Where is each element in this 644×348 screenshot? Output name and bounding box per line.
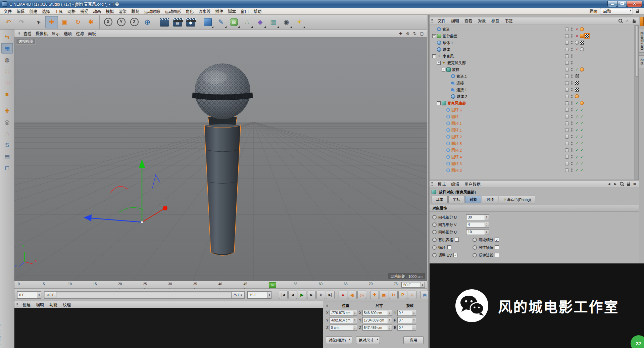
tree-row[interactable]: 圆环.2	[430, 133, 634, 140]
rotate-tool-icon[interactable]: ↻	[71, 16, 84, 29]
model-mode-icon[interactable]: ▦	[1, 43, 13, 54]
object-badge[interactable]	[580, 168, 584, 172]
menu-item[interactable]: 窗口	[238, 8, 251, 15]
workplane-icon[interactable]: ◻	[1, 162, 13, 173]
object-badge[interactable]	[565, 74, 569, 78]
object-label[interactable]: 管道.1	[456, 73, 467, 79]
object-badge[interactable]	[575, 67, 579, 71]
tree-row[interactable]: 球体.2	[430, 93, 634, 100]
object-badge[interactable]	[570, 34, 574, 38]
view-label[interactable]: 透视视图	[16, 39, 36, 45]
spinner-arrows-icon[interactable]	[37, 292, 41, 298]
spinner-arrows-icon[interactable]	[353, 310, 357, 315]
texture-mode-icon[interactable]: ◍	[1, 54, 13, 65]
keyframe-circle-icon[interactable]	[432, 222, 437, 227]
menu-item[interactable]: 工具	[52, 8, 65, 15]
number-input[interactable]: 30	[466, 214, 489, 220]
object-badge[interactable]	[570, 135, 574, 139]
material-menu-item[interactable]: 纹理	[60, 302, 73, 307]
spinner-arrows-icon[interactable]	[353, 317, 357, 323]
range-end-field[interactable]: 75 F	[247, 291, 271, 299]
tree-row[interactable]: 圆环.6	[430, 106, 634, 113]
home-icon[interactable]: ⌂	[625, 18, 630, 23]
object-badge[interactable]	[575, 27, 579, 31]
viewport-solo-icon[interactable]: ◎	[1, 117, 13, 128]
preview-range-slider[interactable]: 0 F 75 F	[44, 291, 245, 299]
back-icon[interactable]: ◀	[606, 181, 612, 187]
rotation-field[interactable]: 0 °	[397, 310, 416, 316]
spinner-arrows-icon[interactable]	[267, 292, 271, 298]
tree-row[interactable]: 圆环.1	[430, 120, 634, 127]
object-badge[interactable]	[565, 101, 569, 105]
object-badge[interactable]	[570, 141, 574, 145]
object-label[interactable]: 圆环.1	[451, 120, 462, 126]
object-badge[interactable]	[570, 114, 574, 118]
object-badge[interactable]	[570, 61, 574, 65]
attribute-tab[interactable]: 基本	[432, 196, 448, 203]
object-badge[interactable]	[580, 121, 584, 125]
object-badge[interactable]	[575, 41, 579, 45]
tree-row[interactable]: 管道.1	[430, 73, 634, 80]
render-view-icon[interactable]	[158, 16, 171, 29]
object-badge[interactable]	[570, 94, 574, 98]
object-badge[interactable]	[580, 108, 584, 112]
object-badge[interactable]	[565, 168, 569, 172]
object-badge[interactable]	[570, 155, 574, 159]
size-field[interactable]: 547.459 cm	[362, 325, 392, 331]
render-picture-viewer-icon[interactable]: ▤	[171, 16, 184, 29]
menu-item[interactable]: 网格	[65, 8, 78, 15]
keyframe-circle-icon[interactable]	[432, 238, 437, 242]
viewport[interactable]: 透视视图 网格间距 : 1000 cm Y X Z	[14, 38, 427, 282]
layout-lock-icon[interactable]	[635, 8, 640, 14]
material-menu-item[interactable]: 创建	[20, 302, 33, 307]
object-badge[interactable]	[575, 94, 579, 98]
spinner-arrows-icon[interactable]	[412, 310, 416, 315]
object-badge[interactable]	[565, 162, 569, 165]
tree-row[interactable]: 麦克风底部	[430, 100, 634, 106]
checkbox[interactable]	[495, 245, 499, 249]
lock-icon[interactable]	[631, 18, 637, 23]
apply-button[interactable]: 应用	[403, 336, 424, 344]
tree-row[interactable]: 球体	[430, 46, 634, 53]
subdivision-surface-icon[interactable]: ▦	[228, 16, 240, 29]
tree-row[interactable]: 管道	[430, 26, 634, 33]
object-label[interactable]: 放样	[452, 67, 459, 72]
keyframe-circle-icon[interactable]	[473, 245, 477, 250]
object-label[interactable]: 球体.1	[443, 40, 453, 45]
attribute-menu-item[interactable]: 模式	[435, 181, 448, 187]
rotate-view-icon[interactable]: ↻	[412, 31, 418, 37]
minimize-button[interactable]	[607, 1, 617, 7]
object-menu-item[interactable]: 标签	[489, 18, 502, 23]
goto-start-button[interactable]: |◀	[279, 291, 288, 299]
object-label[interactable]: 麦克风	[443, 53, 454, 59]
object-badge[interactable]	[575, 101, 579, 105]
coordinate-mode-dropdown[interactable]: 对象(相对)	[326, 336, 352, 344]
object-badge[interactable]	[575, 108, 579, 112]
object-badge[interactable]	[565, 121, 569, 125]
object-label[interactable]: 管道	[442, 27, 450, 32]
size-field[interactable]: 546.609 cm	[362, 310, 392, 316]
layout-icon[interactable]: ▦	[632, 181, 637, 187]
attribute-tab[interactable]: 封顶	[482, 196, 498, 203]
object-label[interactable]: 连接	[456, 80, 464, 86]
checkbox[interactable]	[455, 238, 459, 242]
object-badge[interactable]	[580, 155, 584, 159]
keyframe-selection-button[interactable]: ◎	[357, 291, 366, 299]
close-button[interactable]	[627, 1, 642, 7]
object-badge[interactable]	[565, 68, 569, 71]
rotation-field[interactable]: 0 °	[397, 317, 416, 323]
object-badge[interactable]	[565, 108, 569, 112]
object-badge[interactable]	[565, 135, 569, 139]
timeline-ruler[interactable]: 0 5 10 15 20 25 30 35 40 45 50 55	[14, 281, 427, 289]
camera-icon[interactable]: ◉	[280, 16, 293, 29]
object-menu-item[interactable]: 对象	[476, 18, 488, 23]
lock-y-axis-icon[interactable]: Y	[115, 16, 128, 29]
size-mode-dropdown[interactable]: 绝对尺寸	[356, 336, 380, 344]
record-scale-toggle[interactable]: ▣	[380, 291, 388, 299]
lock-z-axis-icon[interactable]: Z	[128, 16, 141, 29]
object-badge[interactable]	[575, 47, 579, 51]
spinner-arrows-icon[interactable]	[388, 325, 392, 330]
enable-axis-icon[interactable]: ✚	[1, 105, 13, 116]
object-label[interactable]: 圆环.1	[451, 127, 462, 133]
object-badge[interactable]	[565, 148, 569, 152]
